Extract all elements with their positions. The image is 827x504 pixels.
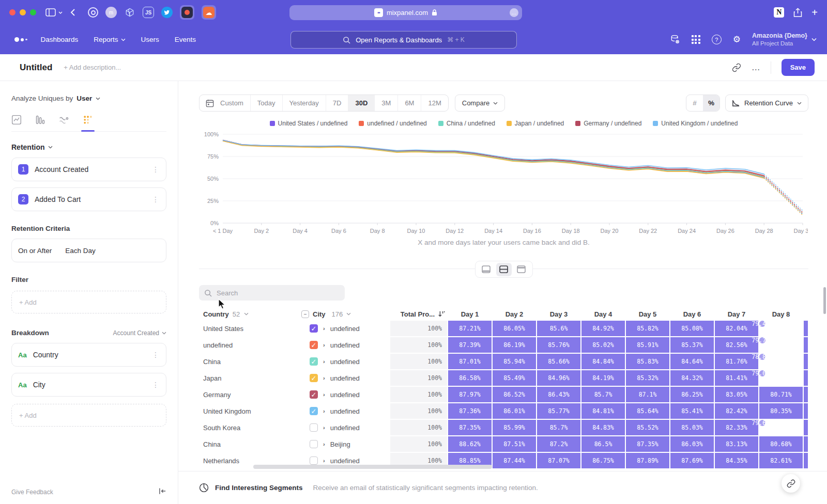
retention-cell[interactable]: 85.82% — [626, 321, 669, 336]
format-percent-button[interactable]: % — [703, 95, 719, 111]
retention-cell[interactable]: 85.66% — [537, 354, 580, 369]
range-button-yesterday[interactable]: Yesterday — [282, 95, 326, 111]
split-view-button[interactable] — [496, 263, 512, 276]
retention-cell[interactable]: 85.41% — [670, 403, 714, 419]
retention-cell[interactable]: 85.37% — [670, 337, 714, 353]
retention-cell[interactable]: 86.01% — [493, 403, 536, 419]
compare-button[interactable]: Compare — [455, 94, 505, 112]
tab-retention[interactable] — [83, 115, 93, 125]
add-description[interactable]: + Add description... — [64, 64, 121, 71]
tab-insights[interactable] — [11, 115, 22, 125]
range-button-3m[interactable]: 3M — [374, 95, 397, 111]
retention-cell[interactable]: 87.07% — [537, 453, 580, 468]
retention-cell[interactable]: 85.7% — [581, 387, 625, 402]
retention-cell[interactable]: 85.94% — [493, 354, 536, 369]
retention-cell[interactable]: 82.61% — [759, 453, 803, 468]
day-column-header[interactable]: Day 7 — [715, 310, 758, 318]
new-tab-icon[interactable]: + — [811, 7, 818, 19]
city-cell[interactable]: ›undefined — [323, 403, 389, 419]
city-cell[interactable]: ›undefined — [323, 321, 389, 336]
retention-cell[interactable]: 84.35% — [715, 453, 758, 468]
row-checkbox-checked[interactable]: ✓ — [310, 357, 318, 366]
maximize-window-button[interactable] — [30, 9, 36, 15]
give-feedback-link[interactable]: Give Feedback — [11, 489, 53, 496]
row-checkbox-unchecked[interactable] — [310, 423, 318, 432]
retention-cell[interactable]: 85.03% — [670, 420, 714, 435]
retention-cell[interactable]: 85.6% — [537, 321, 580, 336]
retention-cell[interactable]: 86.05% — [493, 321, 536, 336]
retention-chart[interactable]: 100%75%50%25%0%< 1 DayDay 2Day 4Day 6Day… — [199, 129, 808, 237]
retention-cell[interactable]: 83.13% — [715, 436, 758, 452]
expand-row-icon[interactable]: › — [323, 358, 325, 365]
extension-js-icon[interactable]: JS — [143, 7, 154, 18]
city-column-header[interactable]: –City176 — [301, 310, 389, 318]
extension-record-icon[interactable] — [180, 5, 194, 20]
expand-row-icon[interactable]: › — [323, 391, 325, 398]
row-checkbox-unchecked[interactable] — [310, 440, 318, 448]
chart-type-selector[interactable]: Retention Curve — [725, 94, 808, 112]
country-column-header[interactable]: Country52 — [199, 310, 300, 318]
kebab-menu-icon[interactable]: ⋮ — [152, 165, 160, 174]
breakdown-property-name[interactable]: Country — [33, 351, 58, 359]
expand-row-icon[interactable]: › — [323, 342, 325, 348]
legend-item[interactable]: China / undefined — [438, 120, 495, 127]
retention-cell[interactable]: 84.96% — [537, 370, 580, 386]
breakdown-property-name[interactable]: City — [33, 381, 45, 389]
project-switcher[interactable]: Amazonia {Demo}All Project Data — [752, 32, 817, 48]
retention-cell[interactable]: 87.69% — [670, 453, 714, 468]
expand-row-icon[interactable]: › — [323, 458, 325, 464]
retention-cell[interactable]: 85.32% — [626, 370, 669, 386]
save-button[interactable]: Save — [782, 59, 815, 76]
retention-cell[interactable]: 87.39% — [448, 337, 492, 353]
retention-cell[interactable]: 79.49% — [759, 321, 765, 327]
retention-step-card[interactable]: 2 Added To Cart ⋮ — [11, 187, 166, 211]
extension-cloud-icon[interactable]: ☁ — [202, 5, 216, 20]
retention-cell[interactable]: 85.99% — [493, 420, 536, 435]
retention-criteria-card[interactable]: On or After Each Day — [11, 239, 166, 262]
retention-cell[interactable]: 88.62% — [448, 436, 492, 452]
segments-title[interactable]: Find Interesting Segments — [215, 484, 303, 492]
range-button-7d[interactable]: 7D — [326, 95, 348, 111]
breakdown-card-city[interactable]: Aa City ⋮ — [11, 373, 166, 397]
sort-descending-icon[interactable] — [438, 310, 445, 318]
retention-cell[interactable]: 87.36% — [448, 403, 492, 419]
share-icon[interactable] — [793, 8, 802, 18]
retention-cell[interactable]: 87.21% — [448, 321, 492, 336]
calendar-icon[interactable] — [200, 99, 219, 107]
country-cell[interactable]: United Kingdom — [199, 403, 300, 419]
country-cell[interactable]: China — [199, 436, 300, 452]
minimize-window-button[interactable] — [20, 9, 26, 15]
retention-cell[interactable]: 86.19% — [493, 337, 536, 353]
data-management-icon[interactable] — [670, 35, 680, 45]
total-column-header[interactable]: Total Pro... — [390, 310, 447, 318]
step-event-name[interactable]: Added To Cart — [35, 195, 81, 203]
apps-grid-icon[interactable] — [692, 35, 700, 44]
retention-cell[interactable]: 87.1% — [626, 387, 669, 402]
checkbox-cell[interactable]: ✓ — [301, 387, 322, 402]
retention-cell[interactable]: 84.19% — [581, 370, 625, 386]
row-checkbox-checked[interactable]: ✓ — [310, 374, 318, 382]
retention-section-label[interactable]: Retention — [11, 143, 45, 151]
country-cell[interactable]: South Korea — [199, 420, 300, 435]
retention-step-card[interactable]: 1 Account Created ⋮ — [11, 158, 166, 181]
table-only-view-button[interactable] — [514, 263, 529, 276]
checkbox-cell[interactable] — [301, 420, 322, 435]
country-cell[interactable]: United States — [199, 321, 300, 336]
retention-cell[interactable]: 79.77% — [759, 337, 765, 343]
extension-target-icon[interactable] — [88, 7, 98, 18]
checkbox-cell[interactable]: ✓ — [301, 370, 322, 386]
kebab-menu-icon[interactable]: ⋮ — [152, 195, 160, 203]
city-cell[interactable]: ›undefined — [323, 420, 389, 435]
city-cell[interactable]: ›undefined — [323, 354, 389, 369]
day-column-header[interactable]: Day 6 — [670, 310, 714, 318]
retention-cell[interactable]: 80.35% — [759, 403, 803, 419]
retention-cell[interactable]: 86.5% — [581, 436, 625, 452]
retention-cell[interactable]: 83.05% — [715, 387, 758, 402]
retention-cell[interactable]: 85.52% — [626, 420, 669, 435]
checkbox-cell[interactable]: ✓ — [301, 321, 322, 336]
mixpanel-logo[interactable] — [14, 37, 27, 42]
criteria-condition[interactable]: On or After — [18, 247, 52, 255]
country-cell[interactable]: Germany — [199, 387, 300, 402]
checkbox-cell[interactable]: ✓ — [301, 354, 322, 369]
retention-cell[interactable]: 86.58% — [448, 370, 492, 386]
